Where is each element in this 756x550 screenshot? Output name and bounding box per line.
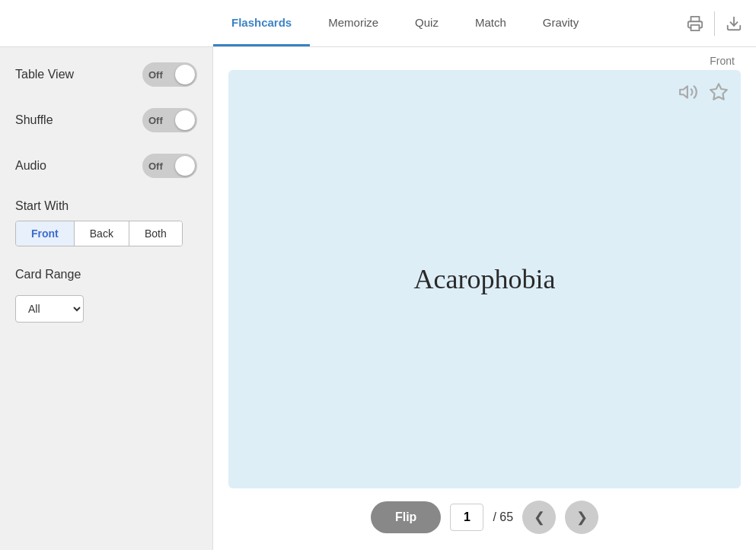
bottom-controls: Flip 1 / 65 ❮ ❯	[228, 501, 741, 534]
shuffle-row: Shuffle Off	[15, 108, 197, 132]
front-label: Front	[710, 55, 741, 67]
audio-label: Audio	[15, 159, 46, 173]
table-view-row: Table View Off	[15, 62, 197, 87]
start-with-group: Front Back Both	[15, 221, 183, 246]
flashcard[interactable]: Acarophobia	[228, 70, 741, 488]
nav-actions	[682, 0, 756, 46]
svg-marker-2	[680, 86, 687, 97]
tab-gravity[interactable]: Gravity	[525, 0, 598, 46]
shuffle-toggle-track: Off	[142, 108, 197, 132]
download-button[interactable]	[721, 12, 747, 35]
audio-state: Off	[148, 161, 163, 172]
shuffle-toggle-thumb	[175, 110, 195, 130]
table-view-label: Table View	[15, 68, 74, 81]
sidebar: Table View Off Shuffle Off Audio	[0, 47, 213, 550]
prev-button[interactable]: ❮	[522, 501, 556, 534]
nav-divider	[714, 11, 715, 36]
start-with-both-button[interactable]: Both	[129, 221, 182, 246]
shuffle-state: Off	[148, 115, 163, 126]
flip-button[interactable]: Flip	[371, 501, 441, 533]
toggle-track: Off	[142, 62, 197, 87]
card-range-section: Card Range All 1-10 11-20 21-30	[15, 268, 197, 323]
print-button[interactable]	[682, 12, 708, 35]
audio-toggle[interactable]: Off	[142, 154, 197, 178]
flashcard-word: Acarophobia	[399, 248, 571, 310]
start-with-label: Start With	[15, 199, 197, 213]
tab-flashcards[interactable]: Flashcards	[213, 0, 310, 46]
start-with-front-button[interactable]: Front	[16, 221, 75, 246]
start-with-back-button[interactable]: Back	[75, 221, 129, 246]
start-with-section: Start With Front Back Both	[15, 199, 197, 246]
flashcard-icons	[677, 81, 730, 107]
shuffle-toggle[interactable]: Off	[142, 108, 197, 132]
toggle-thumb	[175, 65, 195, 84]
tab-quiz[interactable]: Quiz	[397, 0, 457, 46]
svg-rect-0	[691, 24, 700, 30]
next-button[interactable]: ❯	[565, 501, 598, 534]
content-area: Front Acarophob	[213, 47, 756, 550]
tab-match[interactable]: Match	[457, 0, 525, 46]
star-button[interactable]	[707, 81, 730, 107]
shuffle-label: Shuffle	[15, 113, 53, 127]
audio-toggle-track: Off	[142, 154, 197, 178]
audio-toggle-thumb	[175, 156, 195, 176]
svg-marker-3	[710, 84, 727, 100]
card-range-select[interactable]: All 1-10 11-20 21-30	[15, 295, 84, 323]
main-layout: Table View Off Shuffle Off Audio	[0, 47, 756, 550]
card-range-label: Card Range	[15, 268, 197, 281]
tab-memorize[interactable]: Memorize	[310, 0, 397, 46]
table-view-state: Off	[148, 69, 163, 81]
table-view-toggle[interactable]: Off	[142, 62, 197, 87]
audio-row: Audio Off	[15, 154, 197, 178]
sound-button[interactable]	[677, 81, 700, 107]
current-page: 1	[450, 504, 483, 531]
total-pages: / 65	[493, 510, 513, 524]
top-nav: Flashcards Memorize Quiz Match Gravity	[0, 0, 756, 47]
